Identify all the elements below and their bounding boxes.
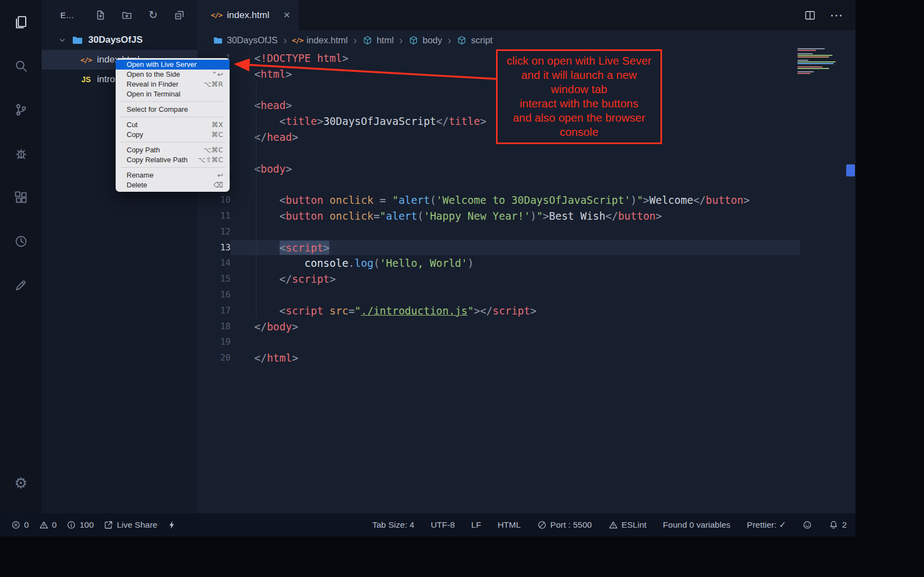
menu-item-shortcut: ⌃↩ (212, 70, 223, 79)
menu-item-open-to-the-side[interactable]: Open to the Side⌃↩ (116, 70, 230, 79)
menu-item-open-in-terminal[interactable]: Open in Terminal (116, 89, 230, 99)
line-content: <body> (231, 161, 855, 177)
menu-separator (121, 117, 225, 117)
breadcrumb-30daysofjs[interactable]: 30DaysOfJS (213, 35, 278, 45)
split-editor-button[interactable] (804, 9, 816, 21)
code-line-19[interactable]: 19 (197, 334, 855, 350)
status-warnings[interactable]: 0 (39, 520, 57, 530)
minimap-line (797, 56, 829, 58)
menu-item-select-for-compare[interactable]: Select for Compare (116, 105, 230, 115)
status-notifications[interactable]: 2 (829, 520, 847, 530)
menu-item-cut[interactable]: Cut⌘X (116, 120, 230, 130)
line-content: </script> (231, 271, 855, 287)
activity-source-control-button[interactable] (0, 88, 42, 132)
activity-extensions-button[interactable] (0, 175, 42, 219)
cube-icon (362, 35, 373, 45)
status-info-label: 100 (79, 520, 94, 530)
collapse-folders-button[interactable] (174, 9, 185, 21)
line-content: </html> (231, 350, 855, 366)
menu-item-label: Open in Terminal (127, 89, 180, 99)
menu-item-reveal-in-finder[interactable]: Reveal in Finder⌥⌘R (116, 79, 230, 89)
breadcrumb-script[interactable]: script (457, 35, 492, 45)
activity-explorer-button[interactable] (0, 0, 42, 44)
menu-item-shortcut: ↩ (218, 170, 223, 180)
menu-item-open-with-live-server[interactable]: Open with Live Server (116, 60, 230, 70)
status-live-server-port[interactable]: Port : 5500 (537, 520, 592, 530)
breadcrumb-index-html[interactable]: </>index.html (292, 35, 347, 45)
line-number: 16 (197, 287, 231, 303)
status-lightning[interactable] (167, 520, 177, 530)
line-number: 14 (197, 255, 231, 271)
line-content: <script src="./introduction.js"></script… (231, 303, 855, 319)
context-menu: Open with Live ServerOpen to the Side⌃↩R… (116, 58, 230, 192)
code-line-9[interactable]: 9 (197, 176, 855, 192)
breadcrumb-separator: › (399, 34, 403, 47)
menu-item-shortcut: ⌫ (213, 180, 223, 190)
new-folder-button[interactable] (121, 9, 133, 21)
menu-item-copy[interactable]: Copy⌘C (116, 130, 230, 140)
close-tab-icon[interactable]: × (283, 9, 290, 21)
lightning-icon (167, 520, 177, 530)
status-eol[interactable]: LF (471, 520, 481, 530)
code-line-11[interactable]: 11 <button onclick="alert('Happy New Yea… (197, 208, 855, 224)
activity-timeline-button[interactable] (0, 219, 42, 263)
smiley-icon (802, 520, 812, 530)
menu-item-delete[interactable]: Delete⌫ (116, 180, 230, 190)
status-errors[interactable]: 0 (11, 520, 29, 530)
code-line-12[interactable]: 12 (197, 224, 855, 240)
code-line-13[interactable]: 13 <script> (197, 240, 855, 256)
status-prettier[interactable]: Prettier: ✓ (747, 520, 786, 530)
menu-item-label: Delete (127, 180, 147, 190)
status-feedback-smiley[interactable] (802, 520, 812, 530)
line-number: 13 (197, 240, 231, 256)
code-file-icon: </> (212, 10, 221, 20)
code-line-10[interactable]: 10 <button onclick = "alert('Welcome to … (197, 192, 855, 208)
activity-run-debug-button[interactable] (0, 132, 42, 175)
screenshot-canvas: ⚙ E… ↻ 30DaysOfJS</>index.htmlJSintroduc… (0, 0, 924, 577)
code-line-7[interactable]: 7 (197, 145, 855, 161)
status-eol-label: LF (471, 520, 481, 530)
pen-icon (14, 278, 28, 293)
code-line-8[interactable]: 8<body> (197, 161, 855, 177)
code-line-17[interactable]: 17 <script src="./introduction.js"></scr… (197, 303, 855, 319)
menu-item-label: Copy (127, 130, 143, 140)
status-info[interactable]: 100 (66, 520, 94, 530)
line-content: </body> (231, 319, 855, 335)
cube-icon (408, 35, 419, 45)
status-variables[interactable]: Found 0 variables (663, 520, 731, 530)
status-errors-label: 0 (24, 520, 29, 530)
breadcrumb-separator: › (448, 34, 452, 47)
indent-guide (256, 82, 256, 319)
explorer-title: E… (60, 10, 74, 20)
minimap[interactable] (797, 48, 844, 77)
status-live-share[interactable]: Live Share (104, 520, 157, 530)
code-line-16[interactable]: 16 (197, 287, 855, 303)
menu-item-shortcut: ⌘C (212, 130, 223, 140)
code-line-15[interactable]: 15 </script> (197, 271, 855, 287)
status-tab-size[interactable]: Tab Size: 4 (372, 520, 414, 530)
activity-search-button[interactable] (0, 44, 42, 88)
menu-item-shortcut: ⌘X (212, 120, 223, 130)
code-line-20[interactable]: 20</html> (197, 350, 855, 366)
status-eslint[interactable]: ESLint (608, 520, 647, 530)
menu-item-rename[interactable]: Rename↩ (116, 170, 230, 180)
tree-folder-30daysofjs[interactable]: 30DaysOfJS (42, 30, 197, 50)
menu-item-copy-path[interactable]: Copy Path⌥⌘C (116, 145, 230, 155)
breadcrumb-html[interactable]: html (362, 35, 393, 45)
menu-item-copy-relative-path[interactable]: Copy Relative Path⌥⇧⌘C (116, 155, 230, 165)
minimap-line (797, 68, 829, 69)
more-actions-button[interactable]: ⋯ (830, 9, 842, 21)
editor-actions: ⋯ (804, 0, 855, 30)
activity-settings-button[interactable]: ⚙ (0, 461, 42, 505)
cube-icon (457, 35, 467, 45)
menu-item-shortcut: ⌥⇧⌘C (198, 155, 223, 165)
code-line-18[interactable]: 18</body> (197, 319, 855, 335)
activity-feedback-button[interactable] (0, 263, 42, 307)
breadcrumb-body[interactable]: body (408, 35, 442, 45)
status-encoding[interactable]: UTF-8 (431, 520, 455, 530)
new-file-button[interactable] (95, 9, 106, 21)
code-line-14[interactable]: 14 console.log('Hello, World') (197, 255, 855, 271)
tab-index-html[interactable]: </> index.html × (197, 0, 299, 30)
refresh-explorer-button[interactable]: ↻ (147, 9, 159, 21)
status-language-mode[interactable]: HTML (498, 520, 521, 530)
